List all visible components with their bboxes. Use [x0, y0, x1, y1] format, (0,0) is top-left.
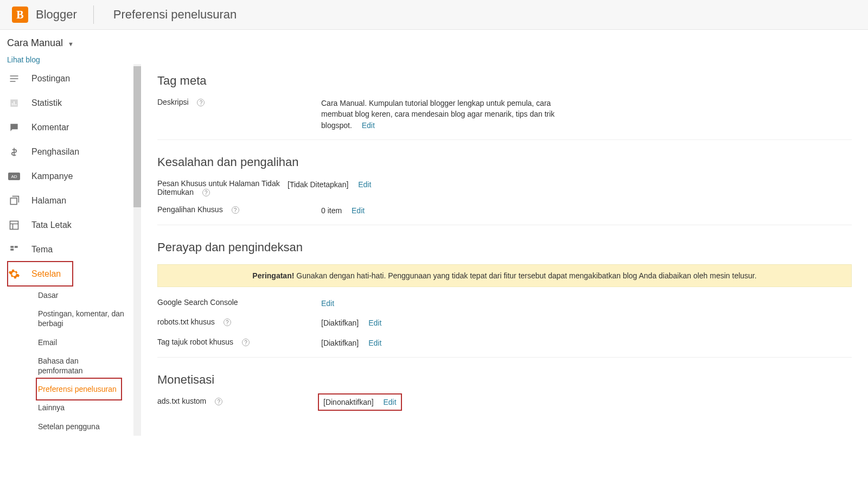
warning-bold: Peringatan!	[252, 271, 294, 280]
help-icon[interactable]: ?	[202, 189, 210, 196]
help-icon[interactable]: ?	[224, 319, 231, 326]
meta-desc-value: Cara Manual. Kumpulan tutorial blogger l…	[321, 99, 554, 130]
app-header: B Blogger Preferensi penelusuran	[0, 0, 868, 30]
blog-switcher[interactable]: Cara Manual ▼	[7, 37, 868, 49]
pages-icon	[8, 194, 21, 207]
sidebar: Postingan Statistik Komentar Penghasilan…	[0, 64, 141, 436]
stats-icon	[8, 97, 21, 110]
ads-label: ads.txt kustom	[157, 397, 206, 405]
help-icon[interactable]: ?	[215, 398, 222, 405]
section-monet-title: Monetisasi	[157, 373, 852, 387]
robots-label: robots.txt khusus	[157, 317, 215, 326]
gear-icon	[8, 268, 21, 281]
page-title: Preferensi penelusuran	[113, 8, 237, 22]
sidebar-item-postingan[interactable]: Postingan	[8, 66, 141, 91]
header-tags-value: [Diaktifkan]	[321, 339, 359, 347]
chevron-down-icon: ▼	[68, 41, 74, 47]
sidebar-item-label: Postingan	[31, 74, 70, 84]
sidebar-item-label: Setelan	[31, 269, 61, 279]
layout-icon	[8, 219, 21, 232]
edit-ads[interactable]: Edit	[384, 398, 397, 406]
sub-item-lainnya[interactable]: Lainnya	[38, 398, 141, 417]
section-errors-title: Kesalahan dan pengalihan	[157, 155, 852, 169]
edit-robots[interactable]: Edit	[368, 319, 381, 327]
sidebar-item-setelan[interactable]: Setelan	[8, 262, 73, 286]
blog-name: Cara Manual	[7, 37, 63, 48]
svg-rect-2	[10, 198, 17, 205]
sidebar-item-halaman[interactable]: Halaman	[8, 188, 141, 213]
sidebar-item-komentar[interactable]: Komentar	[8, 115, 141, 139]
comment-icon	[8, 121, 21, 134]
brand-name: Blogger	[36, 8, 77, 22]
sidebar-item-kampanye[interactable]: AD Kampanye	[8, 164, 141, 188]
edit-redirect[interactable]: Edit	[352, 206, 365, 215]
sub-item-postingan-komentar[interactable]: Postingan, komentar, dan berbagi	[38, 304, 125, 333]
header-tags-label: Tag tajuk robot khusus	[157, 338, 233, 346]
section-meta-title: Tag meta	[157, 74, 852, 88]
gsc-label: Google Search Console	[157, 298, 238, 307]
edit-notfound[interactable]: Edit	[358, 180, 371, 189]
edit-meta-desc[interactable]: Edit	[362, 121, 375, 130]
sub-item-setelan-pengguna[interactable]: Setelan pengguna	[38, 417, 141, 436]
help-icon[interactable]: ?	[197, 99, 205, 106]
main-content: Tag meta Deskripsi ? Cara Manual. Kumpul…	[141, 64, 868, 436]
sidebar-item-penghasilan[interactable]: Penghasilan	[8, 139, 141, 164]
sub-item-preferensi-penelusuran[interactable]: Preferensi penelusuran	[38, 380, 120, 398]
help-icon[interactable]: ?	[242, 339, 250, 346]
sidebar-item-label: Penghasilan	[31, 147, 79, 157]
sidebar-item-label: Tema	[31, 245, 53, 254]
post-icon	[8, 72, 21, 85]
svg-rect-3	[10, 221, 18, 229]
ads-value: [Dinonaktifkan]	[323, 398, 374, 406]
notfound-value: [Tidak Ditetapkan]	[288, 180, 348, 189]
crawl-warning: Peringatan! Gunakan dengan hati-hati. Pe…	[157, 264, 852, 287]
edit-header-tags[interactable]: Edit	[368, 339, 381, 347]
sidebar-item-tata-letak[interactable]: Tata Letak	[8, 213, 141, 237]
notfound-label: Pesan Khusus untuk Halaman Tidak Ditemuk…	[157, 179, 280, 196]
edit-gsc[interactable]: Edit	[321, 299, 334, 308]
ad-icon: AD	[8, 170, 21, 183]
theme-icon	[8, 243, 21, 256]
sidebar-item-label: Halaman	[31, 196, 66, 206]
view-blog-link[interactable]: Lihat blog	[7, 55, 868, 64]
sidebar-item-tema[interactable]: Tema	[8, 237, 141, 262]
sidebar-item-statistik[interactable]: Statistik	[8, 91, 141, 115]
help-icon[interactable]: ?	[232, 206, 239, 214]
svg-text:AD: AD	[11, 174, 17, 179]
sidebar-item-label: Kampanye	[31, 171, 73, 181]
robots-value: [Diaktifkan]	[321, 319, 359, 327]
blogger-logo-icon: B	[12, 7, 28, 23]
sidebar-item-label: Tata Letak	[31, 220, 72, 230]
dollar-icon	[8, 145, 21, 158]
ads-highlight: [Dinonaktifkan] Edit	[321, 397, 399, 408]
warning-text: Gunakan dengan hati-hati. Penggunaan yan…	[296, 271, 756, 280]
sub-item-email[interactable]: Email	[38, 333, 141, 352]
redirect-label: Pengalihan Khusus	[157, 205, 223, 214]
section-crawl-title: Perayap dan pengindeksan	[157, 240, 852, 254]
sub-item-bahasa[interactable]: Bahasa dan pemformatan	[38, 352, 114, 380]
redirect-value: 0 item	[321, 206, 342, 215]
scrollbar[interactable]	[133, 64, 141, 436]
meta-desc-label: Deskripsi	[157, 98, 189, 106]
sub-item-dasar[interactable]: Dasar	[38, 286, 141, 304]
divider	[93, 5, 94, 24]
sidebar-item-label: Statistik	[31, 98, 62, 108]
sidebar-item-label: Komentar	[31, 123, 69, 132]
